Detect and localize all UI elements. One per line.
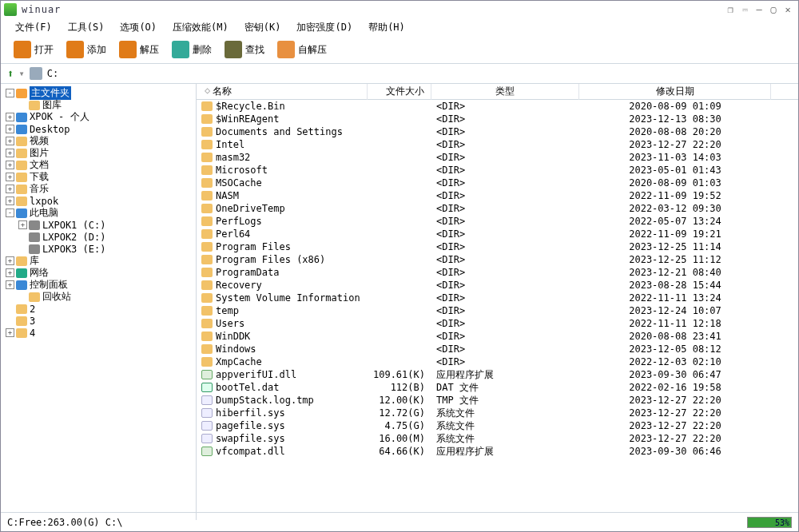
list-row[interactable]: bootTel.dat112(B)DAT 文件2022-02-16 19:58 xyxy=(197,381,798,394)
expander-icon[interactable]: + xyxy=(6,280,14,289)
expander-icon[interactable]: + xyxy=(6,173,14,181)
up-icon[interactable]: ⬆ xyxy=(7,67,14,80)
menu-6[interactable]: 帮助(H) xyxy=(362,19,411,36)
folder-tree[interactable]: -主文件夹图库+XPOK - 个人+Desktop+视频+图片+文档+下载+音乐… xyxy=(1,84,197,520)
list-row[interactable]: WinDDK<DIR>2020-08-08 23:41 xyxy=(197,330,798,343)
drive-icon xyxy=(29,220,40,230)
close-button[interactable]: ✕ xyxy=(781,4,795,15)
list-row[interactable]: appverifUI.dll109.61(K)应用程序扩展2023-09-30 … xyxy=(197,368,798,381)
expander-icon[interactable]: + xyxy=(6,113,14,121)
list-row[interactable]: Windows<DIR>2023-12-05 08:12 xyxy=(197,343,798,355)
tree-item-9[interactable]: +lxpok xyxy=(2,195,196,207)
expander-icon[interactable]: + xyxy=(6,328,14,337)
file-list[interactable]: ◇名称 文件大小 类型 修改日期 $Recycle.Bin<DIR>2020-0… xyxy=(197,84,798,520)
list-row[interactable]: Recovery<DIR>2023-08-28 15:44 xyxy=(197,279,798,292)
list-row[interactable]: MSOCache<DIR>2020-08-09 01:03 xyxy=(197,177,798,189)
list-row[interactable]: temp<DIR>2023-12-24 10:07 xyxy=(197,304,798,317)
toolbar-查找[interactable]: 查找 xyxy=(220,39,269,60)
tree-item-6[interactable]: +文档 xyxy=(2,159,196,171)
toolbar-解压[interactable]: 解压 xyxy=(114,39,164,60)
list-row[interactable]: $Recycle.Bin<DIR>2020-08-09 01:09 xyxy=(197,100,798,113)
expander-icon[interactable]: + xyxy=(6,256,14,265)
tree-item-10[interactable]: -此电脑 xyxy=(2,207,196,219)
list-row[interactable]: Microsoft<DIR>2023-05-01 01:43 xyxy=(197,164,798,177)
tree-item-5[interactable]: +图片 xyxy=(2,147,196,159)
list-row[interactable]: masm32<DIR>2023-11-03 14:03 xyxy=(197,151,798,164)
toolbar-打开[interactable]: 打开 xyxy=(9,39,58,60)
folder-icon xyxy=(201,293,213,303)
path-display[interactable]: C: xyxy=(47,68,103,79)
column-type[interactable]: 类型 xyxy=(431,84,579,100)
list-row[interactable]: Users<DIR>2022-11-11 12:18 xyxy=(197,317,798,330)
list-row[interactable]: ProgramData<DIR>2023-12-21 08:40 xyxy=(197,266,798,279)
list-row[interactable]: OneDriveTemp<DIR>2022-03-12 09:30 xyxy=(197,202,798,215)
file-type: <DIR> xyxy=(431,318,579,329)
list-row[interactable]: Program Files (x86)<DIR>2023-12-25 11:12 xyxy=(197,253,798,266)
menu-2[interactable]: 选项(O) xyxy=(113,19,163,36)
expander-icon[interactable]: - xyxy=(6,89,14,97)
tree-item-14[interactable]: +库 xyxy=(2,255,196,267)
window-button-0[interactable]: ❐ xyxy=(723,4,737,15)
menu-4[interactable]: 密钥(K) xyxy=(238,19,288,36)
list-row[interactable]: Documents and Settings<DIR>2020-08-08 20… xyxy=(197,125,798,138)
list-row[interactable]: Perl64<DIR>2022-11-09 19:21 xyxy=(197,228,798,240)
list-row[interactable]: swapfile.sys16.00(M)系统文件2023-12-27 22:20 xyxy=(197,432,798,445)
tree-item-20[interactable]: +4 xyxy=(2,327,196,339)
list-row[interactable]: $WinREAgent<DIR>2023-12-13 08:30 xyxy=(197,113,798,125)
tree-item-19[interactable]: 3 xyxy=(2,315,196,327)
expander-icon[interactable]: - xyxy=(6,208,14,217)
tree-item-2[interactable]: +XPOK - 个人 xyxy=(2,111,196,123)
toolbar-添加[interactable]: 添加 xyxy=(62,39,111,60)
tree-item-16[interactable]: +控制面板 xyxy=(2,279,196,291)
tree-item-17[interactable]: 回收站 xyxy=(2,291,196,303)
list-row[interactable]: Program Files<DIR>2023-12-25 11:14 xyxy=(197,240,798,253)
list-row[interactable]: hiberfil.sys12.72(G)系统文件2023-12-27 22:20 xyxy=(197,407,798,419)
list-row[interactable]: Intel<DIR>2023-12-27 22:20 xyxy=(197,138,798,151)
file-type: DAT 文件 xyxy=(431,381,579,395)
file-type: <DIR> xyxy=(431,190,579,201)
list-row[interactable]: pagefile.sys4.75(G)系统文件2023-12-27 22:20 xyxy=(197,419,798,432)
tree-item-7[interactable]: +下载 xyxy=(2,171,196,183)
expander-icon[interactable]: + xyxy=(6,149,14,157)
column-name[interactable]: ◇名称 xyxy=(197,84,368,100)
tree-item-18[interactable]: 2 xyxy=(2,303,196,315)
expander-icon[interactable]: + xyxy=(18,220,27,229)
tree-item-11[interactable]: +LXPOK1 (C:) xyxy=(2,219,196,231)
menu-3[interactable]: 压缩效能(M) xyxy=(166,19,235,36)
minimize-button[interactable]: — xyxy=(752,4,766,15)
column-size[interactable]: 文件大小 xyxy=(368,84,431,100)
tree-item-8[interactable]: +音乐 xyxy=(2,183,196,195)
list-row[interactable]: vfcompat.dll64.66(K)应用程序扩展2023-09-30 06:… xyxy=(197,445,798,458)
menu-5[interactable]: 加密强度(D) xyxy=(290,19,359,36)
expander-icon[interactable]: + xyxy=(6,161,14,169)
history-dropdown-icon[interactable]: ▾ xyxy=(18,68,24,79)
menu-1[interactable]: 工具(S) xyxy=(62,19,111,36)
tree-item-15[interactable]: +网络 xyxy=(2,267,196,279)
tree-item-0[interactable]: -主文件夹 xyxy=(2,87,196,99)
column-date[interactable]: 修改日期 xyxy=(579,84,771,100)
expander-icon[interactable]: + xyxy=(6,197,14,205)
window-button-1[interactable]: ⎓ xyxy=(737,4,752,15)
tree-item-3[interactable]: +Desktop xyxy=(2,123,196,135)
file-date: 2020-08-09 01:03 xyxy=(579,177,771,189)
tree-item-4[interactable]: +视频 xyxy=(2,135,196,147)
expander-icon[interactable]: + xyxy=(6,185,14,193)
list-row[interactable]: System Volume Information<DIR>2022-11-11… xyxy=(197,292,798,304)
expander-icon[interactable]: + xyxy=(6,268,14,277)
maximize-button[interactable]: ▢ xyxy=(766,4,781,15)
tree-item-13[interactable]: LXPOK3 (E:) xyxy=(2,243,196,255)
folder-icon xyxy=(201,204,213,213)
menu-0[interactable]: 文件(F) xyxy=(9,19,58,36)
tree-item-1[interactable]: 图库 xyxy=(2,99,196,111)
toolbar-删除[interactable]: 删除 xyxy=(167,39,217,60)
list-header[interactable]: ◇名称 文件大小 类型 修改日期 xyxy=(197,84,798,100)
list-row[interactable]: XmpCache<DIR>2022-12-03 02:10 xyxy=(197,355,798,368)
tree-item-12[interactable]: LXPOK2 (D:) xyxy=(2,231,196,243)
list-row[interactable]: NASM<DIR>2022-11-09 19:52 xyxy=(197,189,798,202)
list-row[interactable]: DumpStack.log.tmp12.00(K)TMP 文件2023-12-2… xyxy=(197,394,798,407)
expander-icon xyxy=(18,292,27,301)
expander-icon[interactable]: + xyxy=(6,125,14,133)
toolbar-自解压[interactable]: 自解压 xyxy=(272,39,332,60)
expander-icon[interactable]: + xyxy=(6,137,14,145)
list-row[interactable]: PerfLogs<DIR>2022-05-07 13:24 xyxy=(197,215,798,228)
